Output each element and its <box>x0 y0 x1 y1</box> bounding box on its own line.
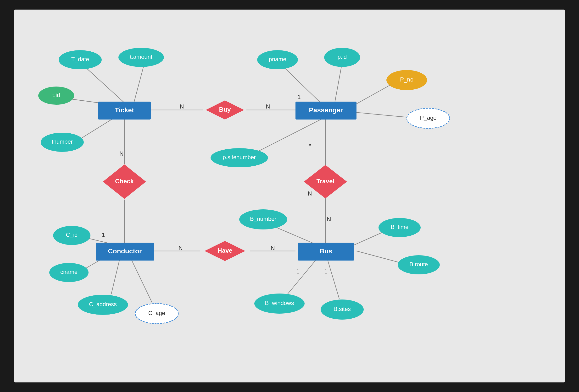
svg-line-23 <box>357 251 406 264</box>
cardinality-buy-n1: N <box>180 103 184 110</box>
attr-bsites-label: B.sites <box>334 306 351 312</box>
er-diagram-svg: Ticket Passenger Conductor Bus Buy Check… <box>14 9 565 383</box>
attr-bwindows-label: B_windows <box>265 300 294 306</box>
cardinality-buy-n2: N <box>266 103 270 110</box>
cardinality-travel-n: N <box>308 190 312 197</box>
attr-pname-label: pname <box>269 56 286 62</box>
attr-psitenumber-label: p.sitenumber <box>223 154 256 160</box>
cardinality-have-n1: N <box>178 245 183 251</box>
cardinality-passenger-star: * <box>309 142 311 149</box>
relation-have-label: Have <box>217 247 232 254</box>
attr-tid-label: t.id <box>52 92 60 98</box>
attr-cid-label: C_id <box>66 232 77 238</box>
attr-bnumber-label: B_number <box>250 216 277 222</box>
entity-passenger-label: Passenger <box>309 106 343 114</box>
svg-line-17 <box>111 259 120 294</box>
svg-line-8 <box>354 82 395 105</box>
relation-check-label: Check <box>115 178 134 185</box>
svg-line-6 <box>281 64 321 103</box>
attr-caddress-label: C_address <box>89 301 117 307</box>
cardinality-passenger-1: 1 <box>297 94 300 100</box>
svg-line-18 <box>132 260 152 302</box>
svg-line-25 <box>328 261 339 299</box>
entity-bus-label: Bus <box>320 247 332 255</box>
attr-pid-label: p.id <box>338 54 347 60</box>
cardinality-travel-bus-n: N <box>327 216 331 223</box>
attr-btime-label: B_time <box>391 224 409 230</box>
attr-pno-label: P_no <box>400 76 413 83</box>
cardinality-bus-bottom-1: 1 <box>324 268 327 275</box>
cardinality-bus-1: 1 <box>296 268 299 275</box>
diagram-container: Ticket Passenger Conductor Bus Buy Check… <box>14 9 565 383</box>
svg-line-24 <box>287 260 316 295</box>
cardinality-have-n2: N <box>271 245 275 251</box>
attr-cage-label: C_age <box>148 310 165 316</box>
attr-tnumber-label: tnumber <box>52 138 73 145</box>
attr-cname-label: cname <box>60 269 77 275</box>
svg-line-7 <box>335 63 342 102</box>
cardinality-check-1: 1 <box>102 232 105 238</box>
entity-conductor-label: Conductor <box>108 247 142 255</box>
relation-travel-label: Travel <box>316 178 334 185</box>
attr-broute-label: B.route <box>409 261 428 268</box>
attr-tdate-label: T_date <box>71 56 89 62</box>
entity-ticket-label: Ticket <box>115 106 134 114</box>
attr-tamount-label: t.amount <box>130 54 152 60</box>
cardinality-check-n: N <box>119 150 124 157</box>
attr-page-label: P_age <box>420 114 436 121</box>
svg-line-0 <box>84 66 124 103</box>
relation-buy-label: Buy <box>219 106 231 113</box>
svg-line-1 <box>134 66 144 102</box>
